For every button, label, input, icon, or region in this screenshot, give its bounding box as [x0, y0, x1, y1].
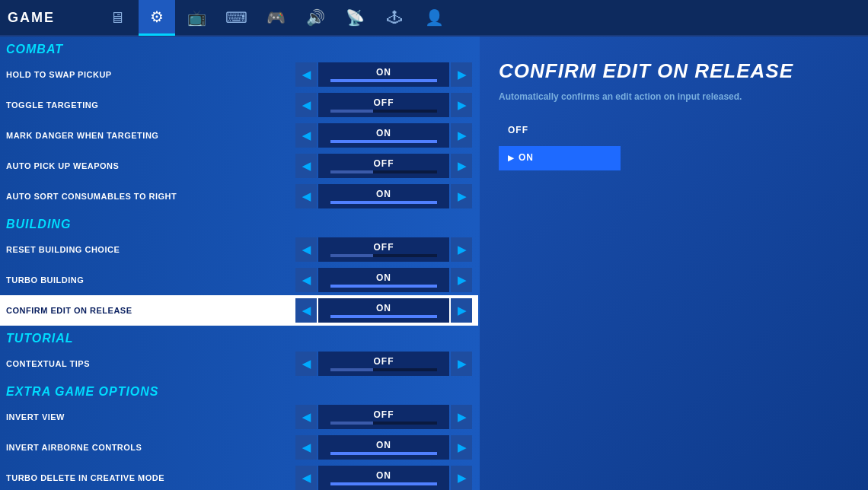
toggle-turbo-building: ◀ ON ▶: [295, 268, 472, 292]
arrow-right-hold-swap[interactable]: ▶: [451, 62, 472, 87]
setting-auto-sort-consumables[interactable]: AUTO SORT CONSUMABLES TO RIGHT ◀ ON ▶: [0, 181, 478, 212]
nav-network[interactable]: 📡: [337, 0, 373, 36]
bullet-icon: ▶: [508, 154, 514, 162]
nav-display[interactable]: 📺: [178, 0, 215, 36]
nav-account[interactable]: 👤: [416, 0, 452, 36]
left-panel: COMBAT HOLD TO SWAP PICKUP ◀ ON ▶ TOGGLE…: [0, 37, 480, 490]
setting-confirm-edit-on-release[interactable]: CONFIRM EDIT ON RELEASE ◀ ON ▶: [0, 295, 478, 326]
right-panel: CONFIRM EDIT ON RELEASE Automatically co…: [480, 37, 868, 490]
nav-gear[interactable]: ⚙: [139, 0, 175, 36]
nav-monitor[interactable]: 🖥: [99, 0, 136, 36]
section-extra-game-options: EXTRA GAME OPTIONS: [0, 379, 478, 402]
arrow-left-mark-danger[interactable]: ◀: [295, 123, 317, 148]
option-on[interactable]: ▶ ON: [499, 146, 621, 170]
toggle-hold-to-swap-pickup: ◀ ON ▶: [295, 62, 472, 87]
display-mark-danger: ON: [318, 123, 449, 148]
main-layout: COMBAT HOLD TO SWAP PICKUP ◀ ON ▶ TOGGLE…: [0, 37, 868, 490]
setting-invert-view[interactable]: INVERT VIEW ◀ OFF ▶: [0, 402, 478, 432]
toggle-auto-pickup-weapons: ◀ OFF ▶: [295, 154, 472, 178]
arrow-right-invert-view[interactable]: ▶: [451, 405, 472, 429]
display-reset-building: OFF: [318, 237, 449, 262]
section-tutorial: TUTORIAL: [0, 326, 478, 348]
arrow-right-turbo-delete[interactable]: ▶: [451, 466, 472, 490]
arrow-left-auto-sort[interactable]: ◀: [295, 184, 317, 208]
display-turbo-building: ON: [318, 268, 449, 292]
nav-keyboard[interactable]: ⌨: [218, 0, 254, 36]
arrow-left-confirm-edit[interactable]: ◀: [295, 298, 317, 323]
label-turbo-building: TURBO BUILDING: [6, 275, 295, 285]
setting-turbo-building[interactable]: TURBO BUILDING ◀ ON ▶: [0, 265, 478, 295]
toggle-turbo-delete-creative: ◀ ON ▶: [295, 466, 472, 490]
display-contextual-tips: OFF: [318, 352, 449, 376]
arrow-left-hold-swap[interactable]: ◀: [295, 62, 317, 87]
toggle-confirm-edit-on-release: ◀ ON ▶: [295, 298, 472, 323]
label-confirm-edit-on-release: CONFIRM EDIT ON RELEASE: [6, 306, 295, 315]
app-title: GAME: [8, 10, 84, 26]
arrow-left-turbo-building[interactable]: ◀: [295, 268, 317, 292]
label-reset-building-choice: RESET BUILDING CHOICE: [6, 245, 295, 254]
setting-invert-airborne-controls[interactable]: INVERT AIRBORNE CONTROLS ◀ ON ▶: [0, 432, 478, 463]
arrow-left-invert-view[interactable]: ◀: [295, 405, 317, 429]
toggle-mark-danger: ◀ ON ▶: [295, 123, 472, 148]
arrow-right-auto-pickup[interactable]: ▶: [451, 154, 472, 178]
arrow-right-contextual-tips[interactable]: ▶: [451, 352, 472, 376]
setting-reset-building-choice[interactable]: RESET BUILDING CHOICE ◀ OFF ▶: [0, 234, 478, 265]
label-turbo-delete-creative: TURBO DELETE IN CREATIVE MODE: [6, 473, 295, 482]
arrow-right-toggle-targeting[interactable]: ▶: [451, 93, 472, 117]
setting-auto-pickup-weapons[interactable]: AUTO PICK UP WEAPONS ◀ OFF ▶: [0, 151, 478, 181]
arrow-right-turbo-building[interactable]: ▶: [451, 268, 472, 292]
display-toggle-targeting: OFF: [318, 93, 449, 117]
setting-turbo-delete-creative[interactable]: TURBO DELETE IN CREATIVE MODE ◀ ON ▶: [0, 463, 478, 490]
label-auto-sort-consumables: AUTO SORT CONSUMABLES TO RIGHT: [6, 192, 295, 201]
display-hold-swap: ON: [318, 62, 449, 87]
display-auto-sort: ON: [318, 184, 449, 208]
toggle-contextual-tips: ◀ OFF ▶: [295, 352, 472, 376]
label-auto-pickup-weapons: AUTO PICK UP WEAPONS: [6, 161, 295, 170]
arrow-left-turbo-delete[interactable]: ◀: [295, 466, 317, 490]
arrow-left-auto-pickup[interactable]: ◀: [295, 154, 317, 178]
detail-description: Automatically confirms an edit action on…: [499, 91, 849, 103]
arrow-left-contextual-tips[interactable]: ◀: [295, 352, 317, 376]
toggle-invert-view: ◀ OFF ▶: [295, 405, 472, 429]
display-invert-view: OFF: [318, 405, 449, 429]
display-turbo-delete: ON: [318, 466, 449, 490]
toggle-reset-building-choice: ◀ OFF ▶: [295, 237, 472, 262]
arrow-right-mark-danger[interactable]: ▶: [451, 123, 472, 148]
option-off[interactable]: OFF: [499, 119, 621, 143]
label-contextual-tips: CONTEXTUAL TIPS: [6, 359, 295, 368]
nav-audio[interactable]: 🔊: [297, 0, 333, 36]
toggle-toggle-targeting: ◀ OFF ▶: [295, 93, 472, 117]
nav-gamepad[interactable]: 🕹: [376, 0, 413, 36]
display-invert-airborne: ON: [318, 435, 449, 460]
label-toggle-targeting: TOGGLE TARGETING: [6, 100, 295, 110]
setting-mark-danger[interactable]: MARK DANGER WHEN TARGETING ◀ ON ▶: [0, 120, 478, 151]
setting-contextual-tips[interactable]: CONTEXTUAL TIPS ◀ OFF ▶: [0, 348, 478, 379]
section-building: BUILDING: [0, 212, 478, 234]
label-invert-view: INVERT VIEW: [6, 412, 295, 422]
top-bar: GAME 🖥 ⚙ 📺 ⌨ 🎮 🔊 📡 🕹 👤: [0, 0, 868, 37]
arrow-right-invert-airborne[interactable]: ▶: [451, 435, 472, 460]
label-mark-danger: MARK DANGER WHEN TARGETING: [6, 131, 295, 140]
settings-scroll[interactable]: COMBAT HOLD TO SWAP PICKUP ◀ ON ▶ TOGGLE…: [0, 37, 480, 490]
display-confirm-edit: ON: [318, 298, 449, 323]
arrow-left-reset-building[interactable]: ◀: [295, 237, 317, 262]
label-invert-airborne-controls: INVERT AIRBORNE CONTROLS: [6, 443, 295, 452]
option-list: OFF ▶ ON: [499, 119, 849, 170]
display-auto-pickup: OFF: [318, 154, 449, 178]
setting-toggle-targeting[interactable]: TOGGLE TARGETING ◀ OFF ▶: [0, 90, 478, 120]
section-combat: COMBAT: [0, 37, 478, 59]
arrow-right-auto-sort[interactable]: ▶: [451, 184, 472, 208]
nav-gamecontroller[interactable]: 🎮: [257, 0, 294, 36]
toggle-auto-sort-consumables: ◀ ON ▶: [295, 184, 472, 208]
detail-title: CONFIRM EDIT ON RELEASE: [499, 59, 849, 83]
arrow-left-invert-airborne[interactable]: ◀: [295, 435, 317, 460]
arrow-right-reset-building[interactable]: ▶: [451, 237, 472, 262]
arrow-right-confirm-edit[interactable]: ▶: [451, 298, 472, 323]
toggle-invert-airborne-controls: ◀ ON ▶: [295, 435, 472, 460]
label-hold-to-swap-pickup: HOLD TO SWAP PICKUP: [6, 70, 295, 79]
setting-hold-to-swap-pickup[interactable]: HOLD TO SWAP PICKUP ◀ ON ▶: [0, 59, 478, 90]
arrow-left-toggle-targeting[interactable]: ◀: [295, 93, 317, 117]
nav-icons: 🖥 ⚙ 📺 ⌨ 🎮 🔊 📡 🕹 👤: [99, 0, 452, 36]
